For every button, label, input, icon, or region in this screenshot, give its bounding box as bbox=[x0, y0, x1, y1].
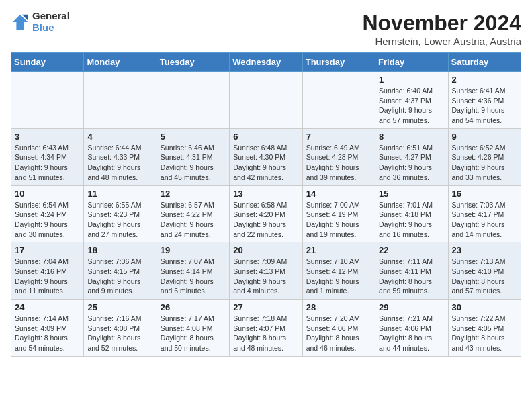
page-subtitle: Hernstein, Lower Austria, Austria bbox=[362, 36, 521, 47]
calendar-cell-w4-d7: 23Sunrise: 7:13 AM Sunset: 4:10 PM Dayli… bbox=[448, 242, 521, 300]
day-number: 5 bbox=[161, 132, 226, 142]
logo-blue-text: Blue bbox=[32, 22, 70, 34]
day-number: 23 bbox=[452, 245, 517, 255]
day-number: 13 bbox=[233, 189, 298, 199]
calendar-cell-w3-d6: 15Sunrise: 7:01 AM Sunset: 4:18 PM Dayli… bbox=[375, 185, 448, 242]
day-number: 28 bbox=[306, 302, 371, 312]
day-info: Sunrise: 7:06 AM Sunset: 4:15 PM Dayligh… bbox=[87, 257, 152, 296]
calendar-week-1: 1Sunrise: 6:40 AM Sunset: 4:37 PM Daylig… bbox=[11, 72, 521, 129]
calendar-cell-w1-d1 bbox=[11, 72, 84, 129]
day-info: Sunrise: 6:44 AM Sunset: 4:33 PM Dayligh… bbox=[87, 143, 152, 183]
weekday-header-monday: Monday bbox=[84, 53, 157, 72]
calendar-cell-w3-d3: 12Sunrise: 6:57 AM Sunset: 4:22 PM Dayli… bbox=[157, 185, 229, 242]
calendar-cell-w4-d3: 19Sunrise: 7:07 AM Sunset: 4:14 PM Dayli… bbox=[157, 242, 229, 300]
calendar-cell-w3-d5: 14Sunrise: 7:00 AM Sunset: 4:19 PM Dayli… bbox=[302, 185, 375, 242]
weekday-header-sunday: Sunday bbox=[11, 53, 84, 72]
day-number: 26 bbox=[161, 302, 226, 312]
day-number: 29 bbox=[379, 302, 444, 312]
day-info: Sunrise: 6:55 AM Sunset: 4:23 PM Dayligh… bbox=[87, 200, 152, 240]
calendar-cell-w2-d5: 7Sunrise: 6:49 AM Sunset: 4:28 PM Daylig… bbox=[302, 128, 375, 185]
calendar-week-4: 17Sunrise: 7:04 AM Sunset: 4:16 PM Dayli… bbox=[11, 242, 521, 300]
calendar-cell-w2-d3: 5Sunrise: 6:46 AM Sunset: 4:31 PM Daylig… bbox=[157, 128, 229, 185]
calendar-cell-w1-d7: 2Sunrise: 6:41 AM Sunset: 4:36 PM Daylig… bbox=[448, 72, 521, 129]
day-info: Sunrise: 7:17 AM Sunset: 4:08 PM Dayligh… bbox=[161, 314, 226, 353]
day-info: Sunrise: 6:51 AM Sunset: 4:27 PM Dayligh… bbox=[379, 143, 444, 183]
weekday-header-friday: Friday bbox=[375, 53, 448, 72]
calendar-cell-w5-d3: 26Sunrise: 7:17 AM Sunset: 4:08 PM Dayli… bbox=[157, 300, 229, 357]
logo-icon bbox=[11, 13, 30, 32]
weekday-header-saturday: Saturday bbox=[448, 53, 521, 72]
calendar-cell-w1-d5 bbox=[302, 72, 375, 129]
calendar-cell-w5-d6: 29Sunrise: 7:21 AM Sunset: 4:06 PM Dayli… bbox=[375, 300, 448, 357]
day-number: 12 bbox=[161, 189, 226, 199]
calendar-body: 1Sunrise: 6:40 AM Sunset: 4:37 PM Daylig… bbox=[11, 72, 521, 357]
calendar-cell-w2-d7: 9Sunrise: 6:52 AM Sunset: 4:26 PM Daylig… bbox=[448, 128, 521, 185]
calendar-cell-w5-d7: 30Sunrise: 7:22 AM Sunset: 4:05 PM Dayli… bbox=[448, 300, 521, 357]
day-number: 4 bbox=[87, 132, 152, 142]
page-title: November 2024 bbox=[362, 11, 521, 36]
weekday-header-wednesday: Wednesday bbox=[230, 53, 302, 72]
calendar-table: SundayMondayTuesdayWednesdayThursdayFrid… bbox=[11, 52, 521, 357]
day-info: Sunrise: 7:04 AM Sunset: 4:16 PM Dayligh… bbox=[15, 257, 80, 296]
day-info: Sunrise: 7:09 AM Sunset: 4:13 PM Dayligh… bbox=[233, 257, 298, 296]
calendar-cell-w5-d1: 24Sunrise: 7:14 AM Sunset: 4:09 PM Dayli… bbox=[11, 300, 84, 357]
day-number: 21 bbox=[306, 245, 371, 255]
calendar-cell-w5-d2: 25Sunrise: 7:16 AM Sunset: 4:08 PM Dayli… bbox=[84, 300, 157, 357]
calendar-cell-w2-d4: 6Sunrise: 6:48 AM Sunset: 4:30 PM Daylig… bbox=[230, 128, 302, 185]
day-number: 15 bbox=[379, 189, 444, 199]
day-number: 19 bbox=[161, 245, 226, 255]
day-number: 17 bbox=[15, 245, 80, 255]
calendar-cell-w3-d2: 11Sunrise: 6:55 AM Sunset: 4:23 PM Dayli… bbox=[84, 185, 157, 242]
day-number: 16 bbox=[452, 189, 517, 199]
header: General Blue November 2024 Hernstein, Lo… bbox=[11, 11, 521, 47]
calendar-cell-w1-d3 bbox=[157, 72, 229, 129]
weekday-header-thursday: Thursday bbox=[302, 53, 375, 72]
logo-general-text: General bbox=[32, 11, 70, 22]
calendar-cell-w5-d5: 28Sunrise: 7:20 AM Sunset: 4:06 PM Dayli… bbox=[302, 300, 375, 357]
logo: General Blue bbox=[11, 11, 70, 33]
day-number: 3 bbox=[15, 132, 80, 142]
day-info: Sunrise: 6:54 AM Sunset: 4:24 PM Dayligh… bbox=[15, 200, 80, 240]
day-number: 1 bbox=[379, 75, 444, 85]
day-info: Sunrise: 6:43 AM Sunset: 4:34 PM Dayligh… bbox=[15, 143, 80, 183]
day-info: Sunrise: 7:22 AM Sunset: 4:05 PM Dayligh… bbox=[452, 314, 517, 353]
day-info: Sunrise: 7:00 AM Sunset: 4:19 PM Dayligh… bbox=[306, 200, 371, 240]
day-number: 22 bbox=[379, 245, 444, 255]
calendar-week-3: 10Sunrise: 6:54 AM Sunset: 4:24 PM Dayli… bbox=[11, 185, 521, 242]
calendar-cell-w4-d4: 20Sunrise: 7:09 AM Sunset: 4:13 PM Dayli… bbox=[230, 242, 302, 300]
calendar-week-2: 3Sunrise: 6:43 AM Sunset: 4:34 PM Daylig… bbox=[11, 128, 521, 185]
day-info: Sunrise: 7:03 AM Sunset: 4:17 PM Dayligh… bbox=[452, 200, 517, 240]
calendar-cell-w5-d4: 27Sunrise: 7:18 AM Sunset: 4:07 PM Dayli… bbox=[230, 300, 302, 357]
calendar-cell-w4-d6: 22Sunrise: 7:11 AM Sunset: 4:11 PM Dayli… bbox=[375, 242, 448, 300]
day-number: 18 bbox=[87, 245, 152, 255]
day-info: Sunrise: 7:16 AM Sunset: 4:08 PM Dayligh… bbox=[87, 314, 152, 353]
calendar-cell-w3-d7: 16Sunrise: 7:03 AM Sunset: 4:17 PM Dayli… bbox=[448, 185, 521, 242]
day-info: Sunrise: 6:49 AM Sunset: 4:28 PM Dayligh… bbox=[306, 143, 371, 183]
weekday-header-row: SundayMondayTuesdayWednesdayThursdayFrid… bbox=[11, 53, 521, 72]
day-info: Sunrise: 7:10 AM Sunset: 4:12 PM Dayligh… bbox=[306, 257, 371, 296]
calendar-header: SundayMondayTuesdayWednesdayThursdayFrid… bbox=[11, 53, 521, 72]
calendar-week-5: 24Sunrise: 7:14 AM Sunset: 4:09 PM Dayli… bbox=[11, 300, 521, 357]
day-info: Sunrise: 7:18 AM Sunset: 4:07 PM Dayligh… bbox=[233, 314, 298, 353]
title-area: November 2024 Hernstein, Lower Austria, … bbox=[362, 11, 521, 47]
day-number: 7 bbox=[306, 132, 371, 142]
day-number: 30 bbox=[452, 302, 517, 312]
day-info: Sunrise: 6:58 AM Sunset: 4:20 PM Dayligh… bbox=[233, 200, 298, 240]
day-info: Sunrise: 7:01 AM Sunset: 4:18 PM Dayligh… bbox=[379, 200, 444, 240]
logo-text: General Blue bbox=[32, 11, 70, 33]
day-number: 20 bbox=[233, 245, 298, 255]
calendar-cell-w3-d4: 13Sunrise: 6:58 AM Sunset: 4:20 PM Dayli… bbox=[230, 185, 302, 242]
day-number: 8 bbox=[379, 132, 444, 142]
day-info: Sunrise: 7:11 AM Sunset: 4:11 PM Dayligh… bbox=[379, 257, 444, 296]
day-info: Sunrise: 6:52 AM Sunset: 4:26 PM Dayligh… bbox=[452, 143, 517, 183]
day-info: Sunrise: 6:46 AM Sunset: 4:31 PM Dayligh… bbox=[161, 143, 226, 183]
day-number: 9 bbox=[452, 132, 517, 142]
day-number: 24 bbox=[15, 302, 80, 312]
day-info: Sunrise: 7:14 AM Sunset: 4:09 PM Dayligh… bbox=[15, 314, 80, 353]
calendar-cell-w2-d6: 8Sunrise: 6:51 AM Sunset: 4:27 PM Daylig… bbox=[375, 128, 448, 185]
calendar-cell-w1-d6: 1Sunrise: 6:40 AM Sunset: 4:37 PM Daylig… bbox=[375, 72, 448, 129]
weekday-header-tuesday: Tuesday bbox=[157, 53, 229, 72]
day-info: Sunrise: 7:13 AM Sunset: 4:10 PM Dayligh… bbox=[452, 257, 517, 296]
day-info: Sunrise: 7:20 AM Sunset: 4:06 PM Dayligh… bbox=[306, 314, 371, 353]
calendar-cell-w4-d1: 17Sunrise: 7:04 AM Sunset: 4:16 PM Dayli… bbox=[11, 242, 84, 300]
